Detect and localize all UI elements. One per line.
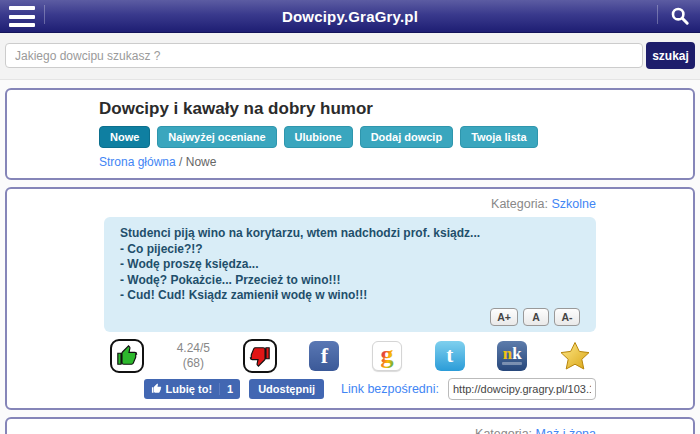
breadcrumb-separator: / [176, 155, 186, 169]
facebook-icon[interactable]: f [309, 341, 339, 371]
category-link[interactable]: Mąż i żona [536, 427, 596, 434]
font-reset-button[interactable]: A [523, 308, 549, 326]
favorite-star-icon[interactable] [560, 341, 590, 371]
facebook-like-button[interactable]: Lubię to! 1 [144, 379, 241, 399]
google-icon[interactable]: g [372, 341, 402, 371]
joke-card: Kategoria: Szkolne Studenci piją wino na… [5, 187, 695, 410]
thumbs-down-icon[interactable] [243, 339, 277, 373]
tab-ulubione[interactable]: Ulubione [284, 126, 353, 148]
tab-najwyzej-oceniane[interactable]: Najwyżej oceniane [157, 126, 276, 148]
ratings-row: 4.24/5 (68) f g [104, 339, 596, 373]
joke-card: Kategoria: Mąż i żona Pewnego wieczoru l… [5, 417, 695, 434]
joke-text: Studenci piją wino na korytarzu, wtem na… [120, 226, 580, 304]
breadcrumb: Strona główna / Nowe [99, 155, 683, 169]
menu-icon[interactable] [9, 6, 35, 27]
facebook-share-button[interactable]: Udostępnij [249, 379, 324, 399]
direct-link-input[interactable] [448, 378, 596, 400]
category-label: Kategoria: [475, 427, 532, 434]
category-line: Kategoria: Mąż i żona [104, 427, 596, 434]
tab-dodaj-dowcip[interactable]: Dodaj dowcip [360, 126, 454, 148]
nk-icon[interactable]: nk [497, 341, 527, 371]
site-title: Dowcipy.GraGry.pl [282, 8, 418, 25]
thumbs-up-icon[interactable] [110, 339, 144, 373]
font-increase-button[interactable]: A+ [490, 308, 518, 326]
search-input[interactable] [5, 43, 643, 68]
search-bar: szukaj [0, 33, 700, 80]
search-button[interactable]: szukaj [646, 42, 695, 69]
category-label: Kategoria: [491, 197, 548, 211]
svg-text:g: g [381, 342, 394, 369]
page-header-card: Dowcipy i kawały na dobry humor Nowe Naj… [5, 88, 695, 180]
twitter-icon[interactable]: t [435, 341, 465, 371]
share-row: Lubię to! 1 Udostępnij Link bezpośredni: [104, 378, 596, 400]
top-bar: Dowcipy.GraGry.pl [0, 0, 700, 33]
direct-link-label: Link bezpośredni: [341, 382, 439, 396]
rating-value: 4.24/5 (68) [177, 341, 210, 371]
page-title: Dowcipy i kawały na dobry humor [99, 99, 683, 119]
font-size-controls: A+ A A- [120, 308, 580, 326]
tab-twoja-lista[interactable]: Twoja lista [460, 126, 537, 148]
divider [657, 5, 658, 24]
tab-nowe[interactable]: Nowe [99, 126, 150, 148]
category-link[interactable]: Szkolne [552, 197, 596, 211]
joke-box: Studenci piją wino na korytarzu, wtem na… [104, 217, 596, 332]
breadcrumb-current: Nowe [186, 155, 217, 169]
divider [44, 5, 45, 24]
search-icon[interactable] [670, 6, 690, 30]
breadcrumb-home-link[interactable]: Strona główna [99, 155, 176, 169]
category-line: Kategoria: Szkolne [104, 197, 596, 211]
like-thumb-icon [151, 383, 162, 394]
font-decrease-button[interactable]: A- [554, 308, 580, 326]
nav-row: Nowe Najwyżej oceniane Ulubione Dodaj do… [99, 126, 683, 148]
like-count: 1 [219, 383, 240, 395]
